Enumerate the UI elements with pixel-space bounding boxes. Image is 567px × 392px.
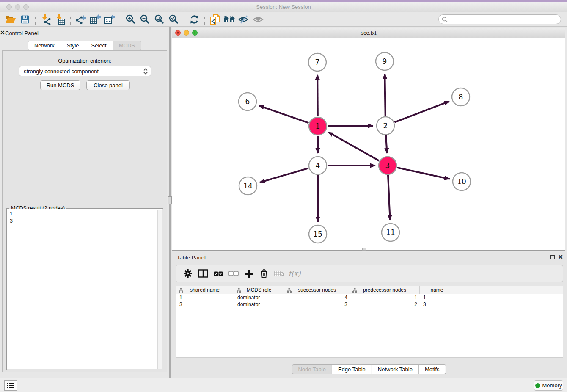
save-icon [20,15,30,24]
export-image-button[interactable] [102,13,117,26]
table-panel: Table Panel ✕ [171,252,567,378]
add-column-button[interactable] [241,266,256,281]
graph-node-label: 10 [457,177,466,186]
graph-node-label: 11 [386,228,395,237]
unselect-all-columns-button[interactable] [226,266,241,281]
graph-node-label: 3 [385,161,390,170]
delete-table-icon [274,270,285,277]
zoom-in-button[interactable] [123,13,138,26]
minimize-window-button[interactable] [15,4,20,10]
splitter-grip[interactable] [168,196,172,204]
toolbar-separator [35,14,36,25]
tab-network-table[interactable]: Network Table [372,364,419,374]
graph-edge-1-2[interactable] [328,126,373,126]
control-panel-title: Control Panel [5,30,39,36]
column-header-mcds-role[interactable]: MCDS role [234,286,284,294]
export-image-icon [104,14,116,25]
zoom-selected-icon [168,14,179,25]
control-panel-tabs: Network Style Select MCDS [0,41,169,50]
optimization-criterion-select[interactable]: strongly connected component [19,66,151,76]
graph-edge-1-6[interactable] [259,106,308,123]
first-neighbors-button[interactable] [222,13,237,26]
export-table-icon [89,14,101,25]
graph-edge-4-14[interactable] [260,168,308,182]
memory-status-dot [535,383,540,388]
import-table-button[interactable] [53,13,67,26]
network-splitter-grip[interactable] [362,248,366,251]
tab-motifs[interactable]: Motifs [419,364,446,374]
close-window-button[interactable] [6,4,12,10]
tab-mcds[interactable]: MCDS [113,41,141,50]
select-all-columns-button[interactable] [211,266,226,281]
tab-node-table[interactable]: Node Table [292,364,332,374]
refresh-view-button[interactable] [187,13,201,26]
search-input[interactable] [438,14,561,24]
split-pane-icon [198,269,208,278]
function-builder-button[interactable]: f(x) [287,266,302,281]
memory-button[interactable]: Memory [534,380,563,391]
maximize-window-button[interactable] [23,4,29,10]
export-table-button[interactable] [88,13,102,26]
tab-style[interactable]: Style [61,41,85,50]
graph-edge-3-11[interactable] [388,175,390,220]
close-panel-icon[interactable]: ✕ [558,254,563,260]
graph-edge-1-7[interactable] [317,75,318,116]
show-hide-graphics-button[interactable] [237,13,251,26]
column-header-successor-nodes[interactable]: successor nodes [284,286,350,294]
search-field-wrap [438,14,561,24]
graph-node-label: 2 [383,121,388,130]
gear-icon [183,269,193,278]
copy-network-button[interactable] [208,13,222,26]
app-titlebar: Session: New Session [0,2,567,12]
float-panel-icon[interactable] [550,255,555,259]
open-file-button[interactable] [3,13,18,26]
result-scrollbar[interactable] [157,210,162,369]
graph-edge-3-1[interactable] [328,132,379,160]
zoom-fit-button[interactable] [152,13,166,26]
graph-edge-2-3[interactable] [386,135,387,153]
table-row[interactable]: 3 dominator 3 2 3 [176,301,563,308]
delete-table-button[interactable] [272,266,287,281]
close-panel-button[interactable]: Close panel [86,80,130,90]
table-settings-button[interactable] [180,266,195,281]
network-close-button[interactable]: × [175,30,181,36]
delete-column-button[interactable] [256,266,272,281]
graph-node-label: 14 [243,182,253,190]
export-network-button[interactable] [74,13,88,26]
checked-boxes-icon [214,271,223,276]
tab-network[interactable]: Network [28,41,61,50]
status-bar: Memory [0,378,567,392]
import-network-button[interactable] [39,13,53,26]
tab-select[interactable]: Select [85,41,113,50]
network-maximize-button[interactable]: + [192,30,198,36]
graph-edge-2-9[interactable] [385,74,385,116]
open-folder-icon [5,15,16,24]
column-header-name[interactable]: name [420,286,454,294]
show-hide-annotations-button[interactable] [251,13,265,26]
tab-edge-table[interactable]: Edge Table [332,364,372,374]
save-session-button[interactable] [18,13,32,26]
graph-edge-2-8[interactable] [394,101,449,122]
mcds-panel-body: Optimization criterion: strongly connect… [2,50,167,372]
network-graph[interactable]: 7968124314101511 [172,38,565,250]
column-header-predecessor-nodes[interactable]: predecessor nodes [350,286,420,294]
eye-slash-icon [238,14,249,25]
split-view-button[interactable] [195,266,211,281]
run-mcds-button[interactable]: Run MCDS [40,80,80,90]
zoom-out-button[interactable] [138,13,152,26]
mcds-result-text[interactable]: 1 3 [7,209,162,369]
export-network-icon [75,14,86,25]
mcds-result-group: MCDS result (2 nodes) 1 3 [6,208,163,370]
flow-icon [352,288,357,293]
search-icon [442,17,448,22]
task-history-button[interactable] [4,380,17,391]
graph-edge-3-10[interactable] [397,168,449,179]
table-row[interactable]: 1 dominator 4 1 1 [176,294,563,301]
network-minimize-button[interactable]: − [184,30,189,36]
network-window-titlebar: × − + scc.txt [172,28,565,38]
graph-node-label: 1 [316,122,320,130]
close-panel-icon[interactable]: ✕ [0,29,5,36]
zoom-selected-button[interactable] [166,13,181,26]
column-header-shared-name[interactable]: shared name [176,286,234,294]
node-table: shared name MCDS role successor nodes pr… [176,286,563,358]
